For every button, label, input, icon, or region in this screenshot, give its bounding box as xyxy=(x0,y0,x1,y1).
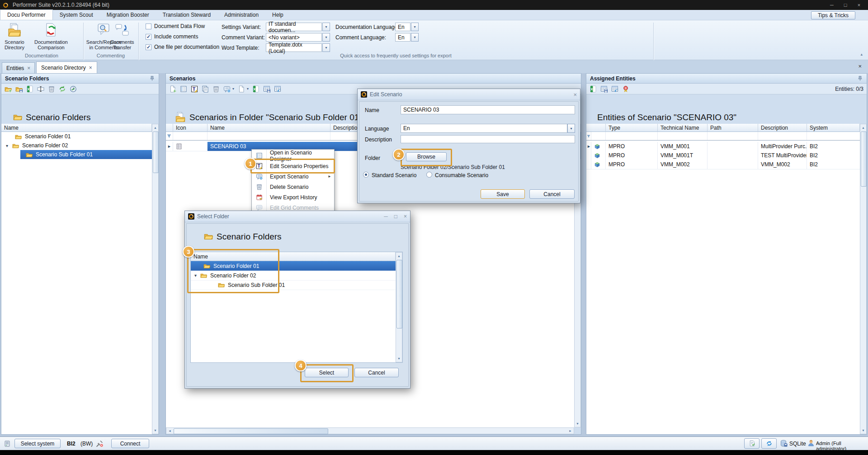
entities-path-header[interactable]: Path xyxy=(708,124,758,132)
scenarios-icon-column-header[interactable]: Icon xyxy=(173,124,208,132)
expand-chevron-icon[interactable]: ▾ xyxy=(194,273,197,278)
comments-transfer-button[interactable]: CommentsTransfer xyxy=(108,23,137,50)
entity-row[interactable]: ► MPRO VMM_M001 MultiProvider Purc... BI… xyxy=(586,142,860,151)
scroll-right-icon[interactable]: ► xyxy=(567,428,573,434)
scroll-up-icon[interactable]: ▲ xyxy=(396,253,402,259)
dialog-cancel-button[interactable]: Cancel xyxy=(354,368,399,377)
dialog-tree-item-scenario-folder-02[interactable]: ▾ Scenario Folder 02 xyxy=(191,271,396,281)
name-field[interactable]: SCENARIO 03 xyxy=(401,105,575,114)
documentation-language-select[interactable]: En xyxy=(395,23,410,31)
maximize-button[interactable]: □ xyxy=(839,1,852,9)
dialog-tree-item-scenario-sub-folder-01[interactable]: Scenario Sub Folder 01 xyxy=(191,280,396,290)
tab-entities-close-icon[interactable]: × xyxy=(27,65,30,71)
word-template-dropdown-icon[interactable]: ▾ xyxy=(322,43,330,52)
cancel-button[interactable]: Cancel xyxy=(529,189,575,199)
word-template-select[interactable]: Template.dotx (Local) xyxy=(266,43,322,52)
folders-name-column-header[interactable]: Name xyxy=(1,124,152,132)
language-dropdown-icon[interactable]: ▾ xyxy=(567,124,575,133)
comment-language-select[interactable]: En xyxy=(395,33,410,42)
entity-row[interactable]: MPRO VMM_M002 VMM_M002 BI2 xyxy=(586,160,860,169)
scenario-directory-button[interactable]: ScenarioDirectory xyxy=(2,23,27,50)
scroll-down-icon[interactable]: ▼ xyxy=(396,356,402,361)
menu-item-edit-scenario-properties[interactable]: Edit Scenario Properties xyxy=(252,161,334,171)
dialog-minimize-icon[interactable]: ─ xyxy=(384,213,388,220)
scroll-down-icon[interactable]: ▼ xyxy=(575,421,580,427)
dialog-vertical-scrollbar[interactable]: ▲ ▼ xyxy=(396,252,402,362)
dialog-close-icon[interactable]: × xyxy=(404,213,407,220)
settings-variant-select[interactable]: IT standard documen... xyxy=(266,23,322,31)
edit-properties-icon[interactable] xyxy=(191,85,198,93)
entities-vertical-scrollbar[interactable]: ▲ ▼ xyxy=(860,124,867,434)
grid-import-icon[interactable] xyxy=(611,85,618,93)
save-button[interactable]: Save xyxy=(481,189,525,199)
expand-chevron-icon[interactable]: ▾ xyxy=(6,143,8,148)
refresh-icon[interactable] xyxy=(59,85,66,93)
rename-folder-icon[interactable] xyxy=(37,85,44,93)
entities-type-header[interactable]: Type xyxy=(606,124,658,132)
save-folder-icon[interactable] xyxy=(15,85,23,93)
ribbon-collapse-icon[interactable]: ▴ xyxy=(860,52,863,56)
grid-save-icon[interactable] xyxy=(600,85,608,93)
tab-help[interactable]: Help xyxy=(265,10,290,20)
scroll-left-icon[interactable]: ◄ xyxy=(167,428,173,434)
scroll-down-icon[interactable]: ▼ xyxy=(152,427,158,433)
check-history-icon[interactable] xyxy=(70,85,77,93)
entities-description-header[interactable]: Description xyxy=(758,124,807,132)
scroll-thumb[interactable] xyxy=(174,428,328,434)
export-excel-icon[interactable] xyxy=(252,85,259,93)
entities-filter-row[interactable] xyxy=(586,132,860,141)
connect-button[interactable]: Connect xyxy=(111,439,149,448)
one-file-per-doc-checkbox[interactable]: ✓ xyxy=(146,44,151,50)
entities-system-header[interactable]: System xyxy=(807,124,860,132)
comment-icon[interactable] xyxy=(223,85,231,93)
select-folder-name-header[interactable]: Name xyxy=(191,252,396,261)
tree-item-scenario-folder-01[interactable]: Scenario Folder 01 xyxy=(1,132,152,141)
tab-administration[interactable]: Administration xyxy=(217,10,265,20)
scroll-down-icon[interactable]: ▼ xyxy=(860,427,866,433)
export-excel-icon[interactable] xyxy=(26,85,33,93)
scroll-thumb[interactable] xyxy=(861,131,867,187)
pin-icon[interactable] xyxy=(857,75,863,81)
dialog-close-icon[interactable]: × xyxy=(573,91,577,98)
scroll-up-icon[interactable]: ▲ xyxy=(860,125,866,131)
select-button[interactable]: Select xyxy=(305,368,349,377)
menu-item-delete-scenario[interactable]: Delete Scenario xyxy=(252,182,334,192)
menu-item-view-export-history[interactable]: View Export History xyxy=(252,192,334,202)
comment-variant-select[interactable]: <No variant> xyxy=(266,33,322,42)
documentation-comparison-button[interactable]: DocumentationComparison xyxy=(28,23,74,50)
dialog-tree-item-scenario-folder-01[interactable]: Scenario Folder 01 xyxy=(191,261,396,271)
scenarios-horizontal-scrollbar[interactable]: ◄ ► xyxy=(166,427,574,434)
sync-button[interactable] xyxy=(761,438,777,449)
entities-technical-name-header[interactable]: Technical Name xyxy=(658,124,708,132)
select-system-button[interactable]: Select system xyxy=(14,439,61,448)
delete-folder-icon[interactable] xyxy=(48,85,55,93)
settings-variant-dropdown-icon[interactable]: ▾ xyxy=(322,23,330,31)
close-view-icon[interactable]: × xyxy=(858,63,862,70)
consumable-scenario-radio[interactable] xyxy=(426,172,432,178)
minimize-button[interactable]: ─ xyxy=(825,1,839,9)
include-comments-checkbox[interactable]: ✓ xyxy=(146,34,151,40)
grid-import-icon[interactable] xyxy=(274,85,281,93)
scenarios-name-column-header[interactable]: Name xyxy=(208,124,330,132)
certify-icon[interactable] xyxy=(622,85,629,93)
tab-scenario-directory-close-icon[interactable]: × xyxy=(89,65,92,71)
grid-save-icon[interactable] xyxy=(263,85,270,93)
tab-scenario-directory[interactable]: Scenario Directory × xyxy=(36,61,97,73)
tab-docu-performer[interactable]: Docu Performer xyxy=(0,9,53,20)
comment-variant-dropdown-icon[interactable]: ▾ xyxy=(322,33,330,42)
menu-item-open-in-designer[interactable]: Open in Scenario Designer xyxy=(252,150,334,161)
export-excel-icon[interactable] xyxy=(590,85,597,93)
delete-scenario-icon[interactable] xyxy=(212,85,220,93)
language-select[interactable]: En xyxy=(401,124,567,133)
document-status-button[interactable] xyxy=(744,438,760,449)
tab-entities[interactable]: Entities × xyxy=(2,62,35,73)
browse-button[interactable]: Browse xyxy=(406,152,447,161)
standard-scenario-radio[interactable] xyxy=(363,172,369,178)
tab-migration-booster[interactable]: Migration Booster xyxy=(100,10,156,20)
scroll-up-icon[interactable]: ▲ xyxy=(152,125,158,131)
folders-vertical-scrollbar[interactable]: ▲ ▼ xyxy=(152,124,159,434)
tree-item-scenario-folder-02[interactable]: ▾ Scenario Folder 02 xyxy=(1,141,152,150)
tree-item-scenario-sub-folder-01[interactable]: Scenario Sub Folder 01 xyxy=(20,150,152,159)
scroll-thumb[interactable] xyxy=(153,131,159,173)
comment-language-dropdown-icon[interactable]: ▾ xyxy=(411,33,419,42)
